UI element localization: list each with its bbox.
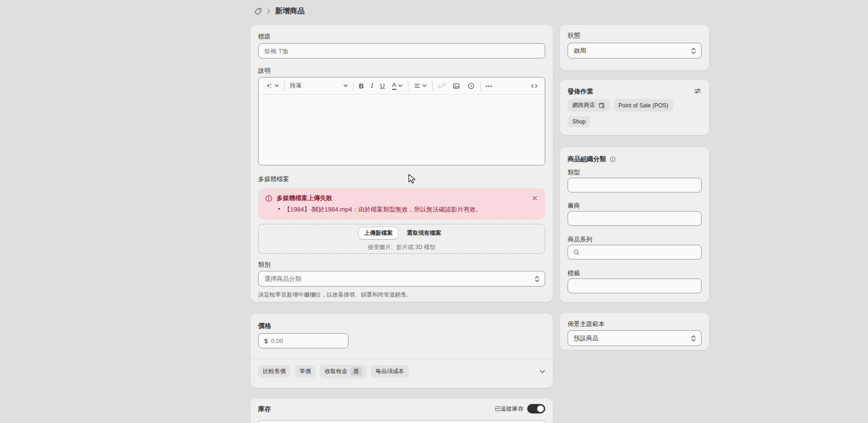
search-icon bbox=[573, 249, 580, 256]
toolbar-separator bbox=[353, 81, 354, 91]
chip-label: 比較售價 bbox=[263, 367, 286, 375]
pricing-chips-row: 比較售價 單價 收取稅金 是 每品項成本 bbox=[258, 365, 545, 378]
toolbar-separator bbox=[480, 81, 481, 91]
inventory-tracked-label: 已追蹤庫存 bbox=[495, 405, 523, 413]
publishing-card: 發佈作業 網路商店 Point of Sale (POS) Shop bbox=[560, 80, 709, 135]
organization-card: 商品組織分類 類型 廠商 商品系列 標籤 bbox=[560, 147, 709, 302]
status-card: 狀態 啟用 bbox=[560, 25, 709, 70]
paragraph-style-label: 段落 bbox=[290, 82, 302, 90]
close-icon[interactable] bbox=[531, 194, 539, 202]
price-input[interactable] bbox=[271, 337, 328, 345]
cost-per-item-chip[interactable]: 每品項成本 bbox=[371, 365, 409, 378]
inventory-field-partial[interactable] bbox=[258, 420, 545, 423]
dropzone-hint: 接受圖片、影片或 3D 模型 bbox=[368, 243, 435, 251]
charge-tax-chip[interactable]: 收取稅金 是 bbox=[320, 365, 366, 378]
underline-button[interactable]: U bbox=[378, 81, 387, 91]
calendar-clock-icon bbox=[598, 102, 605, 109]
italic-button[interactable]: I bbox=[369, 81, 375, 91]
alignment-button[interactable] bbox=[412, 81, 429, 91]
toolbar-separator bbox=[408, 81, 408, 91]
select-caret-icon bbox=[691, 48, 696, 54]
inventory-tracked-toggle[interactable] bbox=[527, 404, 545, 413]
publishing-heading: 發佈作業 bbox=[568, 87, 593, 96]
collections-search-input[interactable] bbox=[568, 245, 702, 260]
chip-label: 每品項成本 bbox=[376, 367, 404, 375]
chip-label: Shop bbox=[572, 118, 586, 125]
chip-label: 收取稅金 bbox=[325, 367, 347, 375]
inventory-heading: 庫存 bbox=[258, 405, 271, 413]
chevron-down-icon bbox=[343, 84, 348, 87]
status-select[interactable]: 啟用 bbox=[568, 43, 702, 58]
insert-video-button[interactable] bbox=[465, 81, 477, 91]
type-label: 類型 bbox=[568, 168, 580, 177]
collections-label: 商品系列 bbox=[568, 235, 592, 244]
text-color-button[interactable]: A bbox=[390, 80, 405, 91]
upload-new-file-button[interactable]: 上傳新檔案 bbox=[358, 227, 398, 240]
insert-image-button[interactable] bbox=[451, 81, 462, 91]
chip-label: 網路商店 bbox=[572, 101, 595, 109]
title-input[interactable] bbox=[258, 43, 545, 58]
chevron-down-icon bbox=[274, 84, 279, 87]
chevron-down-icon bbox=[398, 84, 403, 87]
more-dots-icon: ••• bbox=[486, 83, 493, 89]
price-input-wrap[interactable]: $ bbox=[258, 333, 348, 348]
chip-label: Point of Sale (POS) bbox=[618, 102, 668, 109]
ai-magic-button[interactable] bbox=[263, 81, 281, 91]
adjust-sliders-icon[interactable] bbox=[694, 87, 702, 95]
channel-online-store-chip[interactable]: 網路商店 bbox=[568, 99, 610, 112]
status-select-value: 啟用 bbox=[574, 47, 586, 55]
alert-circle-icon bbox=[265, 194, 273, 202]
tags-input[interactable] bbox=[568, 279, 702, 293]
more-options-button[interactable]: ••• bbox=[484, 82, 495, 90]
category-select[interactable]: 選擇商品分類 bbox=[258, 271, 545, 287]
vendor-label: 廠商 bbox=[568, 202, 580, 210]
unit-price-chip[interactable]: 單價 bbox=[295, 365, 316, 378]
charge-tax-value-badge: 是 bbox=[350, 367, 362, 376]
chevron-down-icon[interactable] bbox=[540, 370, 545, 374]
insert-link-button[interactable] bbox=[436, 81, 447, 91]
inventory-tracked-control: 已追蹤庫存 bbox=[495, 404, 545, 413]
type-input[interactable] bbox=[568, 178, 702, 192]
media-label: 多媒體檔案 bbox=[258, 175, 289, 183]
media-dropzone[interactable]: 上傳新檔案 選取現有檔案 接受圖片、影片或 3D 模型 bbox=[258, 224, 545, 254]
code-icon bbox=[530, 82, 538, 90]
bold-button[interactable]: B bbox=[357, 81, 366, 91]
category-help-text: 決定稅率並新增中繼欄位，以改善搜尋、篩選和跨管道銷售。 bbox=[258, 291, 412, 299]
error-banner-title: 多媒體檔案上傳失敗 bbox=[277, 194, 332, 202]
theme-template-value: 預設商品 bbox=[574, 334, 598, 343]
media-upload-error-banner: 多媒體檔案上傳失敗 • 【1984】-關於1984.mp4：由於檔案類型無效，所… bbox=[258, 188, 545, 220]
paragraph-style-dropdown[interactable]: 段落 bbox=[288, 80, 350, 91]
category-select-value: 選擇商品分類 bbox=[264, 275, 301, 283]
status-heading: 狀態 bbox=[568, 31, 580, 40]
organization-heading: 商品組織分類 bbox=[568, 155, 606, 163]
error-bullet: • bbox=[278, 205, 280, 214]
vendor-input[interactable] bbox=[568, 211, 702, 226]
compare-at-price-chip[interactable]: 比較售價 bbox=[258, 365, 290, 378]
theme-template-heading: 佈景主題範本 bbox=[568, 320, 605, 328]
breadcrumb: 新增商品 bbox=[254, 6, 305, 16]
theme-template-select[interactable]: 預設商品 bbox=[568, 330, 702, 346]
page-title: 新增商品 bbox=[275, 6, 305, 16]
category-label: 類別 bbox=[258, 260, 270, 269]
pricing-divider bbox=[251, 359, 553, 359]
currency-prefix: $ bbox=[264, 337, 268, 345]
select-caret-icon bbox=[691, 335, 696, 342]
select-existing-file-button[interactable]: 選取現有檔案 bbox=[403, 227, 445, 239]
description-content-area[interactable] bbox=[259, 95, 545, 165]
tag-icon[interactable] bbox=[254, 7, 262, 16]
info-icon[interactable] bbox=[609, 156, 616, 163]
chevron-down-icon bbox=[422, 84, 427, 87]
align-icon bbox=[414, 82, 421, 89]
image-icon bbox=[453, 82, 460, 90]
inventory-card: 庫存 已追蹤庫存 bbox=[251, 398, 553, 423]
description-label: 說明 bbox=[258, 67, 270, 75]
channel-shop-chip[interactable]: Shop bbox=[568, 116, 590, 127]
video-play-icon bbox=[467, 82, 475, 90]
show-html-button[interactable] bbox=[529, 81, 540, 91]
title-label: 標題 bbox=[258, 32, 270, 41]
pricing-heading: 價格 bbox=[258, 322, 271, 330]
chip-label: 單價 bbox=[299, 367, 311, 375]
text-color-icon: A bbox=[392, 82, 396, 90]
toolbar-separator bbox=[284, 81, 285, 91]
channel-pos-chip[interactable]: Point of Sale (POS) bbox=[614, 99, 673, 112]
